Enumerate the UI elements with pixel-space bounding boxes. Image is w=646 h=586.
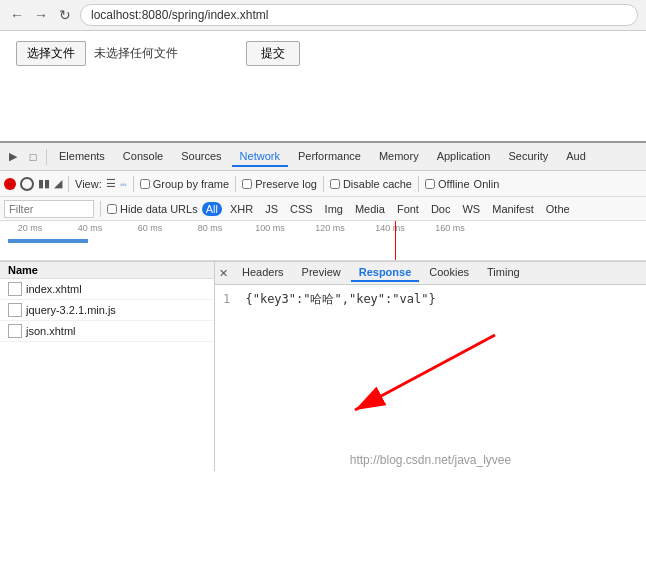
tab-network[interactable]: Network — [232, 147, 288, 167]
group-by-frame-checkbox[interactable]: Group by frame — [140, 178, 229, 190]
sep7 — [100, 201, 101, 217]
tab-memory[interactable]: Memory — [371, 147, 427, 167]
sep2 — [68, 176, 69, 192]
disable-cache-input[interactable] — [330, 179, 340, 189]
filter-media[interactable]: Media — [351, 202, 389, 216]
red-arrow — [295, 315, 555, 445]
list-item[interactable]: index.xhtml — [0, 279, 214, 300]
tab-audit[interactable]: Aud — [558, 147, 594, 167]
online-label: Onlin — [474, 178, 500, 190]
tab-security[interactable]: Security — [500, 147, 556, 167]
offline-checkbox[interactable]: Offline — [425, 178, 470, 190]
tab-timing[interactable]: Timing — [479, 264, 528, 282]
browser-toolbar: ← → ↻ — [0, 0, 646, 30]
file-icon — [8, 324, 22, 338]
tab-performance[interactable]: Performance — [290, 147, 369, 167]
address-bar[interactable] — [80, 4, 638, 26]
svg-line-1 — [355, 335, 495, 410]
filter-other[interactable]: Othe — [542, 202, 574, 216]
record-button[interactable] — [4, 178, 16, 190]
separator — [46, 149, 47, 165]
response-text: {"key3":"哈哈","key":"val"} — [245, 292, 435, 306]
sep6 — [418, 176, 419, 192]
devtools-toolbar: ▮▮ ◢ View: ☰ ⎓ Group by frame Preserve l… — [0, 171, 646, 197]
view-label: View: — [75, 178, 102, 190]
disable-cache-label: Disable cache — [343, 178, 412, 190]
close-panel-button[interactable]: ✕ — [219, 267, 228, 280]
filter-ws[interactable]: WS — [458, 202, 484, 216]
offline-input[interactable] — [425, 179, 435, 189]
list-item[interactable]: jquery-3.2.1.min.js — [0, 300, 214, 321]
tab-application[interactable]: Application — [429, 147, 499, 167]
no-file-label: 未选择任何文件 — [94, 45, 178, 62]
submit-button[interactable]: 提交 — [246, 41, 300, 66]
tick-140: 140 ms — [360, 223, 420, 233]
tab-elements[interactable]: Elements — [51, 147, 113, 167]
file-list: Name index.xhtml jquery-3.2.1.min.js jso… — [0, 262, 215, 471]
tab-response[interactable]: Response — [351, 264, 420, 282]
disable-cache-checkbox[interactable]: Disable cache — [330, 178, 412, 190]
hide-data-urls-label: Hide data URLs — [120, 203, 198, 215]
tick-120: 120 ms — [300, 223, 360, 233]
clear-button[interactable] — [20, 177, 34, 191]
list-item[interactable]: json.xhtml — [0, 321, 214, 342]
right-panel: ✕ Headers Preview Response Cookies Timin… — [215, 262, 646, 471]
preserve-log-input[interactable] — [242, 179, 252, 189]
back-button[interactable]: ← — [8, 6, 26, 24]
group-by-frame-input[interactable] — [140, 179, 150, 189]
camera-icon[interactable]: ▮▮ — [38, 177, 50, 190]
filter-css[interactable]: CSS — [286, 202, 317, 216]
tab-sources[interactable]: Sources — [173, 147, 229, 167]
tick-20: 20 ms — [0, 223, 60, 233]
devtools-bottom: Name index.xhtml jquery-3.2.1.min.js jso… — [0, 261, 646, 471]
sep5 — [323, 176, 324, 192]
name-column-header: Name — [0, 262, 214, 279]
filter-img[interactable]: Img — [321, 202, 347, 216]
filter-manifest[interactable]: Manifest — [488, 202, 538, 216]
sep3 — [133, 176, 134, 192]
file-name: json.xhtml — [26, 325, 76, 337]
filter-font[interactable]: Font — [393, 202, 423, 216]
page-content: 选择文件 未选择任何文件 提交 — [0, 31, 646, 141]
hide-data-urls-input[interactable] — [107, 204, 117, 214]
file-icon — [8, 282, 22, 296]
line-number: 1 — [223, 292, 230, 306]
watermark: http://blog.csdn.net/java_lyvee — [215, 449, 646, 471]
tab-headers[interactable]: Headers — [234, 264, 292, 282]
tab-preview[interactable]: Preview — [294, 264, 349, 282]
filter-icon[interactable]: ◢ — [54, 177, 62, 190]
sep4 — [235, 176, 236, 192]
timeline-inner: 20 ms 40 ms 60 ms 80 ms 100 ms 120 ms 14… — [0, 221, 646, 261]
tick-100: 100 ms — [240, 223, 300, 233]
tick-160: 160 ms — [420, 223, 480, 233]
filter-js[interactable]: JS — [261, 202, 282, 216]
file-area: 选择文件 未选择任何文件 提交 — [16, 41, 630, 66]
filter-doc[interactable]: Doc — [427, 202, 455, 216]
cursor-icon[interactable]: ▶ — [4, 148, 22, 166]
filter-xhr[interactable]: XHR — [226, 202, 257, 216]
filter-all[interactable]: All — [202, 202, 222, 216]
tick-row: 20 ms 40 ms 60 ms 80 ms 100 ms 120 ms 14… — [0, 223, 646, 233]
tab-console[interactable]: Console — [115, 147, 171, 167]
right-tabs: ✕ Headers Preview Response Cookies Timin… — [215, 262, 646, 285]
choose-file-button[interactable]: 选择文件 — [16, 41, 86, 66]
preserve-log-checkbox[interactable]: Preserve log — [242, 178, 317, 190]
offline-label: Offline — [438, 178, 470, 190]
view-list-icon[interactable]: ☰ — [106, 177, 116, 190]
timeline-marker — [395, 221, 396, 261]
devtools-filter-bar: Hide data URLs All XHR JS CSS Img Media … — [0, 197, 646, 221]
inspect-icon[interactable]: □ — [24, 148, 42, 166]
tick-80: 80 ms — [180, 223, 240, 233]
filter-input[interactable] — [4, 200, 94, 218]
response-content: 1 {"key3":"哈哈","key":"val"} — [215, 285, 646, 449]
view-detail-icon[interactable]: ⎓ — [120, 178, 127, 190]
hide-data-urls-check[interactable]: Hide data URLs — [107, 203, 198, 215]
group-by-frame-label: Group by frame — [153, 178, 229, 190]
file-name: jquery-3.2.1.min.js — [26, 304, 116, 316]
timeline-bar — [8, 239, 88, 243]
tick-60: 60 ms — [120, 223, 180, 233]
tab-cookies[interactable]: Cookies — [421, 264, 477, 282]
forward-button[interactable]: → — [32, 6, 50, 24]
devtools-panel: ▶ □ Elements Console Sources Network Per… — [0, 141, 646, 471]
refresh-button[interactable]: ↻ — [56, 6, 74, 24]
